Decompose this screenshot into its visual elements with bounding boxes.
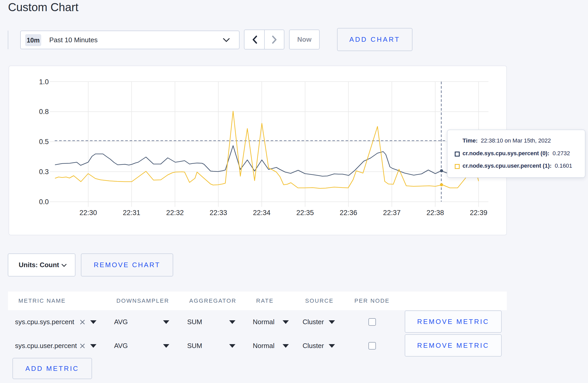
svg-text:0.3: 0.3 [39,168,49,176]
svg-text:22:37: 22:37 [383,209,401,217]
svg-text:22:33: 22:33 [209,209,227,217]
svg-text:22:36: 22:36 [340,209,357,217]
svg-text:0.8: 0.8 [39,108,49,116]
svg-text:22:38: 22:38 [426,209,444,217]
svg-text:1.0: 1.0 [39,78,49,86]
svg-text:22:32: 22:32 [166,209,184,217]
svg-text:0.0: 0.0 [39,198,49,206]
svg-text:22:34: 22:34 [253,209,271,217]
svg-text:0.5: 0.5 [39,138,49,146]
svg-text:22:35: 22:35 [296,209,314,217]
svg-text:22:30: 22:30 [80,209,97,217]
svg-text:22:39: 22:39 [470,209,487,217]
svg-text:22:31: 22:31 [123,209,141,217]
